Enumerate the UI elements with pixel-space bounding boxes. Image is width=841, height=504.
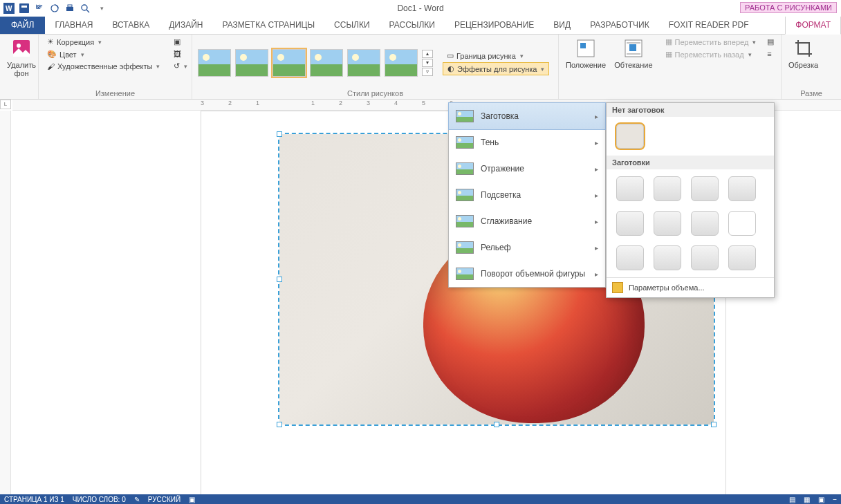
- tab-foxit[interactable]: FOXIT READER PDF: [659, 17, 759, 34]
- position-icon: [575, 37, 597, 59]
- presets-header: Заготовки: [607, 156, 774, 169]
- send-backward-button[interactable]: ▦Переместить назад▾: [661, 48, 761, 60]
- selection-pane-button[interactable]: ▤: [763, 36, 778, 48]
- menu-preset[interactable]: Заготовка▸: [448, 102, 606, 130]
- menu-3drotation[interactable]: Поворот объемной фигуры▸: [449, 261, 605, 287]
- style-thumb[interactable]: [198, 49, 231, 77]
- remove-background-button[interactable]: Удалить фон: [4, 36, 39, 79]
- preview-icon[interactable]: [79, 2, 91, 15]
- preset-item[interactable]: [691, 245, 719, 270]
- status-wordcount[interactable]: ЧИСЛО СЛОВ: 0: [73, 496, 126, 503]
- preset-item[interactable]: [654, 245, 681, 270]
- preset-item[interactable]: [654, 211, 681, 236]
- align-button[interactable]: ≡: [763, 48, 778, 59]
- save-icon[interactable]: [18, 2, 30, 15]
- color-button[interactable]: 🎨Цвет▾: [43, 48, 164, 60]
- position-button[interactable]: Положение: [563, 36, 609, 71]
- menu-shadow[interactable]: Тень▸: [449, 129, 605, 156]
- style-thumb[interactable]: [235, 49, 268, 77]
- svg-rect-5: [66, 7, 73, 11]
- reset-picture-button[interactable]: ↺▾: [169, 60, 192, 72]
- qat-customize-icon[interactable]: ▾: [95, 2, 108, 15]
- style-thumb[interactable]: [347, 49, 380, 77]
- svg-point-10: [17, 44, 21, 48]
- resize-handle[interactable]: [494, 422, 499, 427]
- artistic-effects-button[interactable]: 🖌Художественные эффекты▾: [43, 61, 164, 72]
- resize-handle[interactable]: [277, 422, 282, 427]
- bring-forward-button[interactable]: ▦Переместить вперед▾: [661, 36, 761, 48]
- quick-access-toolbar: W ▾: [0, 2, 108, 15]
- change-picture-button[interactable]: 🖼: [169, 48, 192, 59]
- style-thumb[interactable]: [385, 49, 418, 77]
- tab-insert[interactable]: ВСТАВКА: [102, 17, 159, 34]
- preset-item[interactable]: [728, 245, 756, 270]
- preset-item[interactable]: [728, 211, 756, 236]
- change-icon: 🖼: [174, 50, 181, 58]
- tab-view[interactable]: ВИД: [544, 17, 580, 34]
- preset-item[interactable]: [654, 176, 681, 201]
- view-readmode-icon[interactable]: ▤: [789, 496, 795, 503]
- view-weblayout-icon[interactable]: ▣: [818, 496, 824, 503]
- options-icon: [612, 282, 623, 293]
- svg-rect-2: [19, 3, 29, 13]
- menu-reflection[interactable]: Отражение▸: [449, 156, 605, 182]
- corrections-button[interactable]: ☀Коррекция▾: [43, 36, 164, 48]
- gallery-scroll[interactable]: ▴▾▿: [422, 50, 433, 76]
- status-page[interactable]: СТРАНИЦА 1 ИЗ 1: [4, 496, 64, 503]
- tab-file[interactable]: ФАЙЛ: [0, 17, 45, 34]
- border-icon: ▭: [447, 51, 454, 60]
- picture-border-button[interactable]: ▭Граница рисунка▾: [443, 50, 549, 62]
- group-size-label: Разме: [786, 89, 837, 99]
- word-icon[interactable]: W: [3, 2, 15, 15]
- tab-pagelayout[interactable]: РАЗМЕТКА СТРАНИЦЫ: [213, 17, 325, 34]
- 3d-options-button[interactable]: Параметры объема...: [607, 277, 774, 297]
- bevel-icon: [456, 241, 474, 254]
- align-icon: ≡: [767, 50, 771, 58]
- picture-effects-menu: Заготовка▸ Тень▸ Отражение▸ Подсветка▸ С…: [448, 102, 606, 288]
- zoom-out-icon[interactable]: −: [833, 496, 837, 503]
- brush-icon: 🖌: [47, 62, 55, 71]
- resize-handle[interactable]: [277, 277, 282, 282]
- undo-icon[interactable]: [33, 2, 46, 15]
- tab-references[interactable]: ССЫЛКИ: [324, 17, 379, 34]
- macro-icon[interactable]: ▣: [189, 496, 195, 503]
- tab-design[interactable]: ДИЗАЙН: [159, 17, 212, 34]
- preset-item[interactable]: [691, 176, 719, 201]
- style-thumb-selected[interactable]: [272, 49, 306, 77]
- picture-styles-gallery: ▴▾▿: [196, 46, 434, 80]
- redo-icon[interactable]: [48, 2, 61, 15]
- preset-item[interactable]: [616, 176, 644, 201]
- menu-glow[interactable]: Подсветка▸: [449, 182, 605, 208]
- tab-review[interactable]: РЕЦЕНЗИРОВАНИЕ: [445, 17, 544, 34]
- crop-button[interactable]: Обрезка: [786, 36, 821, 71]
- reflection-icon: [456, 162, 474, 175]
- tab-format[interactable]: ФОРМАТ: [785, 16, 841, 35]
- tab-developer[interactable]: РАЗРАБОТЧИК: [580, 17, 659, 34]
- preset-item[interactable]: [616, 245, 644, 270]
- tab-home[interactable]: ГЛАВНАЯ: [45, 17, 102, 34]
- ruler-corner[interactable]: L: [0, 100, 11, 109]
- status-language[interactable]: РУССКИЙ: [148, 496, 181, 503]
- style-thumb[interactable]: [310, 49, 343, 77]
- preset-item[interactable]: [728, 176, 756, 201]
- svg-line-8: [86, 10, 89, 12]
- preset-none[interactable]: [616, 124, 644, 149]
- resize-handle[interactable]: [277, 131, 282, 137]
- svg-rect-6: [68, 5, 72, 7]
- tab-mailings[interactable]: РАССЫЛКИ: [380, 17, 445, 34]
- menu-softedges[interactable]: Сглаживание▸: [449, 208, 605, 234]
- preset-item[interactable]: [616, 211, 644, 236]
- quickprint-icon[interactable]: [64, 2, 76, 15]
- effects-icon: ◐: [447, 64, 454, 73]
- picture-effects-button[interactable]: ◐Эффекты для рисунка▾: [443, 62, 549, 75]
- resize-handle[interactable]: [711, 422, 717, 427]
- vertical-ruler[interactable]: [0, 111, 11, 494]
- menu-bevel[interactable]: Рельеф▸: [449, 234, 605, 261]
- svg-rect-14: [629, 44, 636, 51]
- wrap-text-button[interactable]: Обтекание: [611, 36, 655, 71]
- proofing-icon[interactable]: ✎: [134, 496, 140, 503]
- view-printlayout-icon[interactable]: ▦: [804, 496, 810, 503]
- preset-item[interactable]: [691, 211, 719, 236]
- rotation-icon: [456, 268, 474, 280]
- compress-pictures-button[interactable]: ▣: [169, 36, 192, 48]
